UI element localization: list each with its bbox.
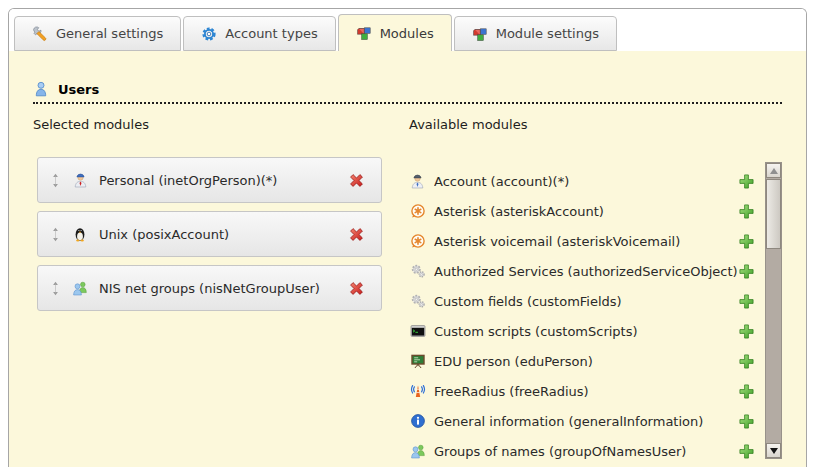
modules-icon (356, 25, 372, 41)
module-label: Account (account)(*) (434, 174, 569, 189)
available-modules-scrollbar[interactable] (765, 162, 782, 459)
scrollbar-thumb[interactable] (766, 179, 781, 249)
person-icon (71, 172, 89, 188)
available-module-row: Account (account)(*) (409, 166, 755, 196)
modules-tab-content: Users Selected modules Personal (inetOrg… (9, 51, 806, 467)
info-icon (409, 413, 426, 429)
available-module-row: Groups of names (groupOfNamesUser) (409, 436, 755, 466)
drag-handle-icon[interactable] (49, 281, 62, 296)
module-label: Asterisk (asteriskAccount) (434, 204, 604, 219)
users-section-header: Users (33, 81, 782, 104)
drag-handle-icon[interactable] (49, 173, 62, 188)
module-label: Personal (inetOrgPerson)(*) (99, 173, 277, 188)
module-label: Authorized Services (authorizedServiceOb… (434, 264, 738, 279)
add-module-icon[interactable] (738, 173, 755, 190)
available-modules-list: Account (account)(*) Asterisk (asteriskA… (409, 166, 755, 466)
delete-module-icon[interactable] (347, 171, 366, 190)
add-module-icon[interactable] (738, 203, 755, 220)
user-icon (33, 81, 49, 97)
gear-gray-icon (409, 263, 426, 279)
selected-module-row[interactable]: NIS net groups (nisNetGroupUser) (37, 265, 382, 311)
tab-account-types[interactable]: Account types (183, 16, 335, 51)
available-module-row: Custom scripts (customScripts) (409, 316, 755, 346)
selected-modules-label: Selected modules (33, 117, 382, 132)
account-icon (409, 173, 426, 189)
config-window: General settings Account types Modules M… (8, 8, 807, 467)
available-module-row: Authorized Services (authorizedServiceOb… (409, 256, 755, 286)
available-module-row: EDU person (eduPerson) (409, 346, 755, 376)
selected-module-row[interactable]: Personal (inetOrgPerson)(*) (37, 157, 382, 203)
available-module-row: Asterisk voicemail (asteriskVoicemail) (409, 226, 755, 256)
available-modules-column: Available modules Account (account)(*) A… (409, 104, 782, 466)
group-icon (71, 280, 89, 296)
delete-module-icon[interactable] (347, 225, 366, 244)
tab-module-settings[interactable]: Module settings (454, 16, 617, 51)
selected-module-row[interactable]: Unix (posixAccount) (37, 211, 382, 257)
module-label: Groups of names (groupOfNamesUser) (434, 444, 686, 459)
modules-icon (472, 26, 488, 42)
add-module-icon[interactable] (738, 263, 755, 280)
drag-handle-icon[interactable] (49, 227, 62, 242)
penguin-icon (71, 226, 89, 242)
asterisk-icon (409, 203, 426, 219)
add-module-icon[interactable] (738, 323, 755, 340)
terminal-icon (409, 323, 426, 339)
group-icon (409, 443, 426, 459)
add-module-icon[interactable] (738, 353, 755, 370)
antenna-icon (409, 383, 426, 399)
scrollbar-down-icon[interactable] (766, 443, 781, 458)
add-module-icon[interactable] (738, 383, 755, 400)
add-module-icon[interactable] (738, 233, 755, 250)
wrench-icon (32, 26, 48, 42)
module-label: Custom fields (customFields) (434, 294, 622, 309)
add-module-icon[interactable] (738, 413, 755, 430)
tab-label: Modules (380, 26, 434, 41)
tab-label: Account types (225, 26, 317, 41)
tab-bar: General settings Account types Modules M… (9, 9, 806, 51)
available-module-row: General information (generalInformation) (409, 406, 755, 436)
module-label: EDU person (eduPerson) (434, 354, 593, 369)
module-label: NIS net groups (nisNetGroupUser) (99, 281, 320, 296)
tab-general-settings[interactable]: General settings (14, 16, 181, 51)
chalkboard-icon (409, 353, 426, 369)
available-module-row: Asterisk (asteriskAccount) (409, 196, 755, 226)
module-label: Asterisk voicemail (asteriskVoicemail) (434, 234, 680, 249)
scrollbar-up-icon[interactable] (766, 163, 781, 178)
module-label: General information (generalInformation) (434, 414, 703, 429)
selected-modules-column: Selected modules Personal (inetOrgPerson… (33, 104, 382, 466)
delete-module-icon[interactable] (347, 279, 366, 298)
add-module-icon[interactable] (738, 293, 755, 310)
module-label: FreeRadius (freeRadius) (434, 384, 589, 399)
asterisk-icon (409, 233, 426, 249)
module-label: Custom scripts (customScripts) (434, 324, 638, 339)
tab-label: Module settings (496, 26, 599, 41)
gear-icon (201, 26, 217, 42)
section-title: Users (58, 82, 99, 97)
available-module-row: FreeRadius (freeRadius) (409, 376, 755, 406)
tab-label: General settings (56, 26, 163, 41)
available-module-row: Custom fields (customFields) (409, 286, 755, 316)
tab-modules[interactable]: Modules (338, 14, 452, 51)
gear-gray-icon (409, 293, 426, 309)
add-module-icon[interactable] (738, 443, 755, 460)
available-modules-label: Available modules (409, 117, 782, 132)
module-label: Unix (posixAccount) (99, 227, 229, 242)
